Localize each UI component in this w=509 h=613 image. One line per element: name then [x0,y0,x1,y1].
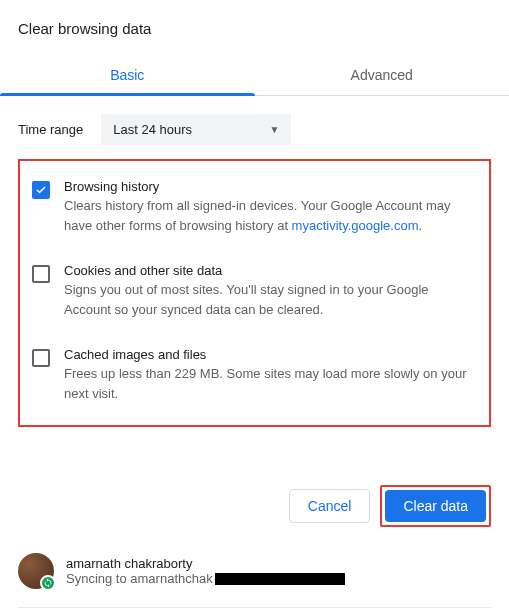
profile-sync-status: Syncing to amarnathchak [66,571,345,586]
divider [18,607,491,608]
sync-icon [40,575,56,591]
option-cached: Cached images and files Frees up less th… [28,339,481,411]
redacted-text [215,573,345,585]
option-desc: Frees up less than 229 MB. Some sites ma… [64,364,477,403]
caret-down-icon: ▼ [269,124,279,135]
profile-row: amarnath chakraborty Syncing to amarnath… [18,549,491,593]
option-browsing-history: Browsing history Clears history from all… [28,171,481,243]
tab-basic[interactable]: Basic [0,55,255,95]
profile-name: amarnath chakraborty [66,556,345,571]
time-range-value: Last 24 hours [113,122,192,137]
cancel-button[interactable]: Cancel [289,489,371,523]
myactivity-link[interactable]: myactivity.google.com [292,218,419,233]
time-range-select[interactable]: Last 24 hours ▼ [101,114,291,145]
tab-advanced[interactable]: Advanced [255,55,510,95]
clear-data-button[interactable]: Clear data [385,490,486,522]
checkbox-cookies[interactable] [32,265,50,283]
clear-button-highlight: Clear data [380,485,491,527]
dialog-actions: Cancel Clear data [18,485,491,527]
option-title: Cookies and other site data [64,263,477,278]
option-title: Browsing history [64,179,477,194]
option-cookies: Cookies and other site data Signs you ou… [28,255,481,327]
time-range-label: Time range [18,122,83,137]
options-highlight-box: Browsing history Clears history from all… [18,159,491,427]
option-title: Cached images and files [64,347,477,362]
avatar [18,553,54,589]
dialog-title: Clear browsing data [18,20,491,37]
time-range-row: Time range Last 24 hours ▼ [18,114,491,145]
checkbox-cached[interactable] [32,349,50,367]
checkbox-browsing-history[interactable] [32,181,50,199]
option-desc: Clears history from all signed-in device… [64,196,477,235]
option-desc: Signs you out of most sites. You'll stay… [64,280,477,319]
tabs: Basic Advanced [0,55,509,96]
